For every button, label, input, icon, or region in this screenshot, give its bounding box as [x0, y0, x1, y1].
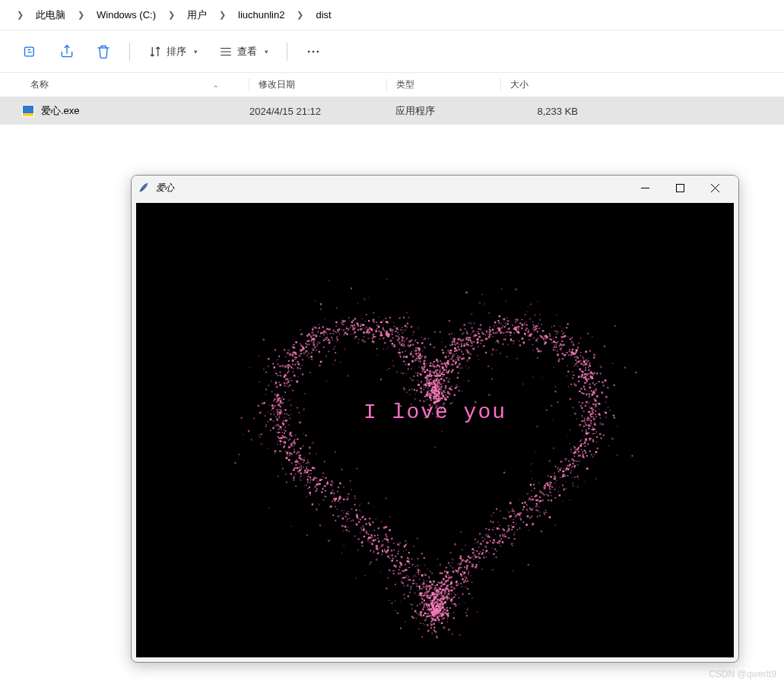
table-row[interactable]: 爱心.exe 2024/4/15 21:12 应用程序 8,233 KB	[0, 97, 784, 125]
svg-rect-1679	[289, 350, 290, 351]
svg-rect-2417	[295, 435, 297, 436]
svg-rect-2789	[465, 577, 467, 578]
svg-rect-2269	[394, 346, 395, 347]
svg-rect-1851	[297, 451, 300, 454]
svg-rect-628	[444, 582, 445, 583]
svg-rect-1725	[315, 334, 317, 337]
svg-rect-2935	[289, 400, 290, 401]
svg-rect-1755	[528, 331, 529, 333]
column-date[interactable]: 修改日期	[249, 78, 386, 91]
svg-rect-1980	[426, 394, 428, 396]
svg-rect-1277	[279, 409, 280, 410]
svg-rect-1299	[429, 373, 430, 374]
maximize-button[interactable]	[662, 176, 697, 200]
breadcrumb-item[interactable]: 用户	[183, 5, 211, 25]
sort-button[interactable]: 排序 ▾	[141, 40, 205, 63]
svg-rect-3202	[438, 369, 439, 370]
svg-rect-2351	[348, 527, 349, 527]
svg-rect-541	[306, 347, 307, 348]
svg-rect-702	[332, 489, 333, 490]
svg-rect-1308	[477, 341, 478, 343]
svg-rect-1726	[370, 328, 373, 331]
svg-rect-1872	[316, 478, 318, 480]
svg-rect-2230	[556, 341, 558, 344]
svg-rect-2694	[482, 553, 484, 555]
svg-rect-1645	[389, 529, 391, 530]
svg-rect-2802	[404, 345, 405, 347]
svg-rect-2184	[564, 475, 566, 477]
svg-rect-3117	[488, 394, 490, 395]
svg-rect-2982	[578, 478, 579, 479]
svg-rect-1751	[570, 338, 571, 340]
column-size[interactable]: 大小	[500, 78, 584, 91]
svg-rect-3218	[296, 356, 297, 358]
svg-rect-2615	[402, 578, 403, 579]
svg-rect-1731	[368, 534, 369, 534]
svg-rect-1440	[430, 395, 430, 396]
svg-rect-2841	[294, 442, 296, 443]
svg-rect-2547	[441, 606, 443, 608]
svg-rect-2976	[445, 604, 446, 605]
titlebar[interactable]: 爱心	[132, 176, 738, 200]
svg-rect-2796	[423, 369, 424, 371]
svg-rect-2622	[431, 389, 433, 391]
svg-rect-2465	[347, 496, 348, 497]
view-button[interactable]: 查看 ▾	[211, 40, 276, 63]
svg-rect-3241	[468, 380, 469, 382]
close-button[interactable]	[697, 176, 732, 200]
column-name[interactable]: 名称 ⌃	[21, 78, 249, 91]
svg-rect-872	[573, 460, 574, 461]
svg-rect-1111	[457, 583, 459, 584]
svg-rect-3029	[323, 347, 325, 348]
svg-rect-2671	[557, 315, 557, 315]
svg-rect-2026	[487, 534, 488, 535]
svg-rect-2936	[586, 378, 587, 379]
svg-rect-476	[408, 559, 409, 559]
svg-rect-34	[589, 451, 591, 452]
svg-rect-529	[596, 442, 597, 442]
tk-feather-icon	[138, 182, 150, 194]
svg-rect-2329	[293, 469, 295, 471]
svg-rect-2058	[522, 509, 524, 511]
svg-rect-869	[281, 396, 283, 397]
column-type[interactable]: 类型	[386, 78, 500, 91]
svg-rect-2940	[287, 378, 288, 378]
sort-label: 排序	[167, 45, 186, 59]
svg-rect-1471	[456, 342, 459, 344]
svg-rect-2963	[468, 342, 469, 343]
breadcrumb-item[interactable]: liuchunlin2	[233, 6, 289, 24]
svg-rect-494	[427, 388, 429, 389]
svg-rect-1576	[581, 392, 582, 394]
svg-rect-728	[438, 396, 439, 397]
svg-rect-99	[539, 490, 541, 492]
svg-rect-946	[311, 473, 312, 474]
minimize-button[interactable]	[627, 176, 662, 200]
svg-rect-3166	[452, 338, 454, 340]
svg-rect-858	[344, 526, 345, 527]
svg-rect-2444	[440, 564, 441, 565]
svg-rect-130	[399, 566, 401, 568]
svg-rect-1337	[271, 381, 271, 382]
svg-rect-852	[578, 451, 580, 453]
svg-rect-569	[541, 492, 542, 493]
svg-rect-168	[589, 374, 591, 375]
breadcrumb-item[interactable]: 此电脑	[31, 5, 70, 25]
svg-rect-486	[395, 347, 395, 347]
svg-rect-2066	[329, 506, 332, 508]
svg-rect-1437	[376, 545, 378, 547]
svg-rect-2551	[316, 454, 317, 455]
rename-icon[interactable]	[15, 36, 46, 67]
svg-rect-2170	[437, 374, 439, 375]
svg-rect-2368	[440, 609, 441, 610]
more-icon[interactable]	[298, 36, 329, 67]
svg-rect-1174	[403, 577, 405, 578]
svg-rect-1568	[581, 439, 582, 440]
share-icon[interactable]	[52, 36, 82, 67]
breadcrumb-item[interactable]: dist	[311, 6, 335, 24]
svg-rect-218	[360, 519, 361, 521]
breadcrumb-item[interactable]: Windows (C:)	[92, 6, 160, 24]
svg-rect-1494	[592, 413, 594, 415]
trash-icon[interactable]	[88, 36, 119, 67]
svg-rect-147	[333, 498, 335, 499]
svg-rect-657	[461, 358, 463, 360]
